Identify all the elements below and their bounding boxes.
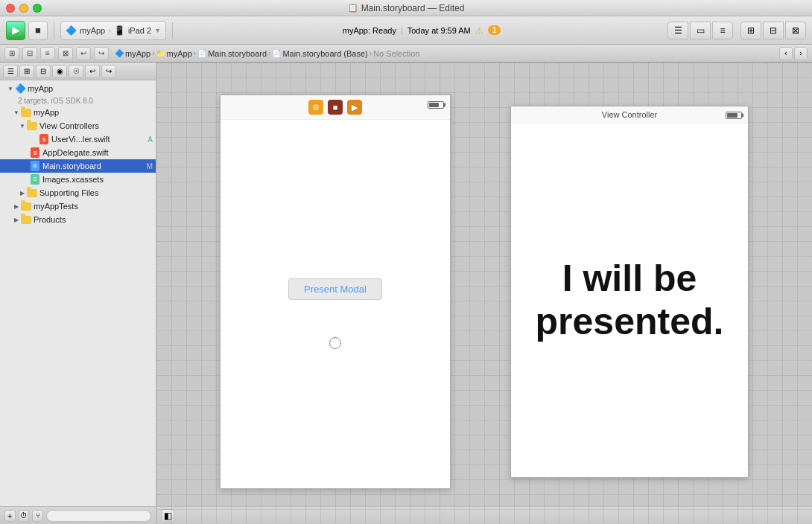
close-button[interactable]: [6, 4, 15, 13]
folder-icon-products: [21, 214, 31, 225]
maximize-button[interactable]: [33, 4, 42, 13]
window-controls[interactable]: [6, 4, 42, 13]
breadcrumb-label-3: Main.storyboard: [208, 49, 267, 58]
second-battery-fill: [727, 113, 738, 118]
expand-arrow-supporting: ▶: [18, 188, 27, 197]
breadcrumb-back[interactable]: ‹: [779, 47, 793, 60]
standard-editor[interactable]: ⊞: [740, 22, 761, 39]
presented-text: I will be presented.: [536, 258, 724, 343]
sidebar-btn-5[interactable]: ☉: [69, 65, 83, 78]
breadcrumb-navigation: ‹ ›: [779, 47, 808, 60]
sidebar-item-images[interactable]: ▶ ⊟ Images.xcassets: [0, 173, 156, 186]
sidebar-label-tests: myAppTests: [34, 202, 153, 211]
swift-icon-uservc: S: [39, 134, 49, 144]
scheme-app-name: myApp: [80, 26, 105, 35]
breadcrumb-sep-2: ›: [194, 49, 196, 57]
sidebar-btn-7[interactable]: ↪: [101, 65, 116, 78]
sidebar-item-myapptests[interactable]: ▶ myAppTests: [0, 199, 156, 213]
warning-badge[interactable]: 1: [488, 25, 501, 35]
add-secondary-btn[interactable]: ⊞: [4, 47, 19, 60]
sidebar-item-uservc[interactable]: ▶ S UserVi...ler.swift A: [0, 132, 156, 146]
sidebar-item-main-storyboard[interactable]: ▶ ⊞ Main.storyboard M: [0, 159, 156, 173]
scheme-selector[interactable]: 🔷 myApp › 📱 iPad 2 ▼: [60, 21, 166, 40]
sidebar-item-appdelegate[interactable]: ▶ S AppDelegate.swift: [0, 146, 156, 159]
sidebar-tree: ▼ 🔷 myApp 2 targets, iOS SDK 8.0 ▼ myApp: [0, 80, 156, 506]
breadcrumb-item-1[interactable]: 🔷 myApp: [115, 49, 150, 58]
undo-secondary-btn[interactable]: ↩: [76, 47, 91, 60]
vc-icon-row: ⚙ ■ ▶: [221, 95, 450, 120]
breadcrumb-label-1: myApp: [125, 49, 150, 58]
vc-icon-orange[interactable]: ⚙: [308, 100, 323, 115]
add-file-btn[interactable]: +: [4, 510, 16, 522]
filter-input[interactable]: [46, 510, 151, 522]
second-vc-header: View Controller: [511, 106, 748, 124]
sidebar-item-products[interactable]: ▶ Products: [0, 213, 156, 226]
first-view-controller[interactable]: ⚙ ■ ▶ Present Modal: [220, 95, 451, 489]
sidebar-btn-6[interactable]: ↩: [85, 65, 100, 78]
sidebar-btn-1[interactable]: ☰: [3, 65, 18, 78]
sidebar-btn-3[interactable]: ⊟: [36, 65, 51, 78]
cursor-indicator: [329, 337, 341, 349]
sidebar-btn-2[interactable]: ⊞: [19, 65, 34, 78]
presented-text-line2: presented.: [536, 301, 724, 344]
toolbar-separator-2: [172, 22, 173, 39]
scheme-separator: ›: [108, 26, 111, 35]
scope-secondary-btn[interactable]: ⊠: [58, 47, 73, 60]
breadcrumb-icon-1: 🔷: [115, 49, 124, 57]
breadcrumb-icon-3: 📄: [197, 49, 206, 57]
status-time: Today at 9:59 AM: [407, 26, 471, 35]
storyboard-badge: M: [147, 162, 153, 170]
canvas-side-toggle[interactable]: ◧: [161, 509, 174, 523]
vc-icon-red[interactable]: ■: [328, 100, 343, 115]
breadcrumb-forward[interactable]: ›: [794, 47, 808, 60]
expand-arrow-images: ▶: [21, 175, 30, 184]
uservc-badge: A: [148, 135, 153, 144]
status-text: myApp: Ready: [343, 26, 396, 35]
second-view-controller[interactable]: View Controller I will be presented.: [510, 106, 749, 478]
breadcrumb-item-2[interactable]: 📁 myApp: [156, 49, 192, 58]
main-toolbar: ▶ ■ 🔷 myApp › 📱 iPad 2 ▼ myApp: Ready | …: [0, 16, 812, 45]
sidebar-label-root: myApp: [28, 84, 150, 93]
vc-icon-orange2[interactable]: ▶: [347, 100, 362, 115]
filter-secondary-btn[interactable]: ⊟: [22, 47, 37, 60]
expand-arrow-vc: ▼: [18, 121, 27, 130]
folder-icon-myapp: [21, 107, 31, 118]
stop-button[interactable]: ■: [28, 21, 48, 40]
presented-text-line1: I will be: [536, 258, 724, 301]
present-modal-button[interactable]: Present Modal: [288, 278, 382, 300]
more-secondary-btn[interactable]: ≡: [40, 47, 55, 60]
toolbar-separator-1: [54, 22, 54, 39]
scheme-device-name: iPad 2: [128, 26, 151, 35]
window-title: Main.storyboard — Edited: [361, 3, 465, 13]
navigator-toggle[interactable]: ☰: [667, 22, 688, 39]
history-btn[interactable]: ⏱: [19, 510, 30, 522]
scheme-chevron: ▼: [154, 27, 161, 34]
branch-btn[interactable]: ⑂: [32, 510, 43, 522]
breadcrumb-item-3[interactable]: 📄 Main.storyboard: [197, 49, 267, 58]
sidebar-item-root-info: 2 targets, iOS SDK 8.0: [0, 95, 156, 106]
sidebar-item-myapp-folder[interactable]: ▼ myApp: [0, 106, 156, 119]
breadcrumb-item-5: No Selection: [373, 49, 419, 58]
breadcrumb-label-5: No Selection: [373, 49, 419, 58]
version-editor[interactable]: ⊠: [785, 22, 806, 39]
assistant-editor[interactable]: ⊟: [763, 22, 784, 39]
title-icon: 📋: [348, 3, 358, 13]
redo-secondary-btn[interactable]: ↪: [94, 47, 109, 60]
inspector-toggle[interactable]: ≡: [712, 22, 733, 39]
sidebar-item-view-controllers[interactable]: ▼ View Controllers: [0, 119, 156, 132]
sidebar-item-myapp-root[interactable]: ▼ 🔷 myApp: [0, 82, 156, 95]
project-icon: 🔷: [15, 83, 25, 94]
sidebar-item-supporting-files[interactable]: ▶ Supporting Files: [0, 186, 156, 199]
minimize-button[interactable]: [19, 4, 28, 13]
battery-nub: [444, 103, 445, 107]
run-button[interactable]: ▶: [6, 21, 25, 40]
expand-arrow-products: ▶: [12, 215, 21, 224]
canvas-area: ⚙ ■ ▶ Present Modal: [156, 63, 812, 524]
sidebar-btn-4[interactable]: ◉: [52, 65, 67, 78]
breadcrumb-icon-2: 📁: [156, 49, 165, 57]
sidebar-label-uservc: UserVi...ler.swift: [51, 135, 145, 144]
sidebar-bottom: + ⏱ ⑂: [0, 506, 156, 524]
breadcrumb-item-4[interactable]: 📄 Main.storyboard (Base): [272, 49, 367, 58]
debug-toggle[interactable]: ▭: [690, 22, 711, 39]
sidebar-label-appdelegate: AppDelegate.swift: [42, 148, 153, 157]
